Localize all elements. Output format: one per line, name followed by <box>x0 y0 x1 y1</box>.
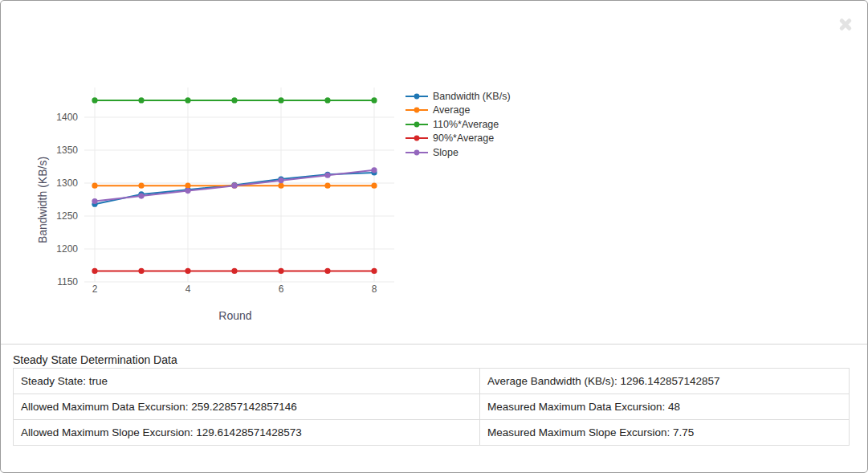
data-point <box>138 193 144 198</box>
legend-label: Average <box>433 104 470 116</box>
x-tick-label: 2 <box>92 283 98 295</box>
table-row: Allowed Maximum Data Excursion: 259.2285… <box>14 394 850 420</box>
data-point <box>231 183 237 189</box>
x-tick-label: 4 <box>185 283 191 295</box>
data-point <box>371 167 377 173</box>
y-tick-label: 1350 <box>56 145 78 156</box>
y-tick-label: 1400 <box>56 112 78 123</box>
legend-sample-icon <box>405 92 428 100</box>
data-point <box>92 97 97 103</box>
data-point <box>185 183 190 189</box>
data-point <box>278 97 283 103</box>
table-row: Steady State: trueAverage Bandwidth (KB/… <box>14 369 850 394</box>
table-cell: Measured Maximum Data Excursion: 48 <box>480 394 850 420</box>
y-tick-label: 1300 <box>56 177 78 189</box>
data-point <box>371 97 377 103</box>
data-point <box>138 97 144 103</box>
data-point <box>92 268 97 274</box>
table-row: Allowed Maximum Slope Excursion: 129.614… <box>14 420 850 446</box>
x-tick-label: 8 <box>372 283 377 295</box>
legend-label: 90%*Average <box>433 133 494 144</box>
data-point <box>138 268 144 274</box>
data-point <box>185 188 190 194</box>
x-tick-label: 6 <box>279 283 284 295</box>
legend-sample-icon <box>405 120 428 128</box>
chart-legend: Bandwidth (KB/s)Average110%*Average90%*A… <box>405 89 511 160</box>
data-point <box>92 183 97 189</box>
data-point <box>324 268 330 274</box>
legend-item-Average[interactable]: Average <box>405 104 511 118</box>
data-point <box>138 183 144 189</box>
data-point <box>231 97 237 103</box>
data-point <box>324 183 330 189</box>
data-point <box>185 268 190 274</box>
legend-item-Bandwidth (KB/s)[interactable]: Bandwidth (KB/s) <box>405 89 511 104</box>
data-point <box>231 268 237 274</box>
legend-item-90%*Average[interactable]: 90%*Average <box>405 132 511 146</box>
table-cell: Allowed Maximum Slope Excursion: 129.614… <box>14 420 480 446</box>
data-point <box>278 177 283 183</box>
close-icon[interactable] <box>838 17 853 31</box>
steady-state-dialog: 1150120012501300135014002468Bandwidth (K… <box>0 0 868 473</box>
legend-item-110%*Average[interactable]: 110%*Average <box>405 117 511 132</box>
y-axis-title: Bandwidth (KB/s) <box>36 157 49 243</box>
y-tick-label: 1200 <box>56 243 78 255</box>
table-cell: Average Bandwidth (KB/s): 1296.142857142… <box>480 369 850 394</box>
y-tick-label: 1150 <box>57 276 78 287</box>
data-point <box>185 97 190 103</box>
steady-state-table: Steady State: trueAverage Bandwidth (KB/… <box>13 368 850 446</box>
legend-label: 110%*Average <box>433 119 499 130</box>
legend-label: Slope <box>433 147 458 158</box>
legend-sample-icon <box>405 134 428 142</box>
data-point <box>324 173 330 178</box>
table-cell: Allowed Maximum Data Excursion: 259.2285… <box>14 394 480 420</box>
data-point <box>371 183 377 189</box>
x-axis-title: Round <box>218 309 251 322</box>
section-title: Steady State Determination Data <box>13 353 177 366</box>
legend-sample-icon <box>405 106 428 114</box>
section-divider <box>1 344 867 345</box>
data-point <box>278 268 283 274</box>
data-point <box>324 97 330 103</box>
steady-state-chart: 1150120012501300135014002468Bandwidth (K… <box>33 65 547 342</box>
data-point <box>92 198 97 204</box>
table-cell: Steady State: true <box>14 369 480 394</box>
table-cell: Measured Maximum Slope Excursion: 7.75 <box>480 420 850 446</box>
data-point <box>278 183 283 189</box>
legend-sample-icon <box>405 149 428 157</box>
y-tick-label: 1250 <box>56 210 78 222</box>
legend-label: Bandwidth (KB/s) <box>433 91 511 102</box>
legend-item-Slope[interactable]: Slope <box>405 145 511 160</box>
data-point <box>371 268 377 274</box>
